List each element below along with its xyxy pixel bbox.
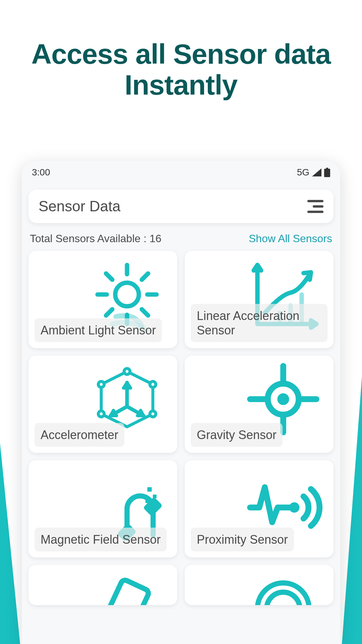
app-header: Sensor Data xyxy=(28,190,334,223)
svg-point-17 xyxy=(98,411,104,417)
background-triangle-left xyxy=(0,443,20,644)
total-sensors-label: Total Sensors Available : 16 xyxy=(30,232,162,245)
sensor-card-partial-left[interactable] xyxy=(28,565,177,605)
summary-row: Total Sensors Available : 16 Show All Se… xyxy=(22,223,340,251)
svg-rect-32 xyxy=(145,500,148,503)
sensor-label: Ambient Light Sensor xyxy=(35,318,162,342)
status-time: 3:00 xyxy=(32,167,50,178)
svg-point-34 xyxy=(289,502,300,513)
menu-icon[interactable] xyxy=(307,200,323,213)
svg-rect-35 xyxy=(104,579,150,605)
svg-point-27 xyxy=(280,396,286,402)
sensor-label: Accelerometer xyxy=(35,423,124,447)
rotation-icon xyxy=(87,568,167,605)
app-title: Sensor Data xyxy=(39,198,121,215)
sensor-card-accelerometer[interactable]: Accelerometer xyxy=(28,356,177,453)
svg-point-2 xyxy=(115,283,139,306)
svg-point-18 xyxy=(98,381,104,387)
sensor-label: Linear Acceleration Sensor xyxy=(191,304,327,342)
sensor-grid: Ambient Light Sensor Linear Acceleration… xyxy=(22,251,340,605)
background-triangle-right xyxy=(342,376,362,644)
network-label: 5G xyxy=(297,167,309,178)
sensor-label: Gravity Sensor xyxy=(191,423,283,447)
sensor-label: Magnetic Field Sensor xyxy=(35,528,167,551)
svg-rect-1 xyxy=(324,169,330,177)
svg-point-16 xyxy=(150,411,156,417)
sensor-card-gravity[interactable]: Gravity Sensor xyxy=(185,356,334,453)
svg-point-15 xyxy=(150,381,156,387)
battery-icon xyxy=(324,168,330,177)
svg-line-8 xyxy=(142,309,148,316)
phone-mockup: 3:00 5G Sensor Data Total Sensors Availa… xyxy=(22,161,340,644)
svg-point-37 xyxy=(267,592,300,605)
svg-line-10 xyxy=(106,309,112,316)
sensor-label: Proximity Sensor xyxy=(191,528,294,551)
sensor-card-proximity[interactable]: Proximity Sensor xyxy=(185,460,334,557)
svg-rect-0 xyxy=(326,168,328,169)
svg-line-7 xyxy=(106,273,112,280)
sensor-card-ambient-light[interactable]: Ambient Light Sensor xyxy=(28,251,177,348)
svg-rect-30 xyxy=(147,487,152,492)
sensor-card-magnetic-field[interactable]: Magnetic Field Sensor xyxy=(28,460,177,557)
svg-rect-33 xyxy=(155,506,159,509)
show-all-link[interactable]: Show All Sensors xyxy=(249,232,332,245)
sensor-card-partial-right[interactable] xyxy=(185,565,334,605)
svg-point-14 xyxy=(124,369,130,375)
promo-headline: Access all Sensor data Instantly xyxy=(0,0,362,101)
signal-icon xyxy=(312,168,321,176)
sensor-card-linear-acceleration[interactable]: Linear Acceleration Sensor xyxy=(185,251,334,348)
svg-rect-31 xyxy=(153,495,157,498)
svg-line-9 xyxy=(142,273,148,280)
status-bar: 3:00 5G xyxy=(22,161,340,181)
circle-lines-icon xyxy=(243,568,323,605)
status-indicators: 5G xyxy=(297,167,330,178)
